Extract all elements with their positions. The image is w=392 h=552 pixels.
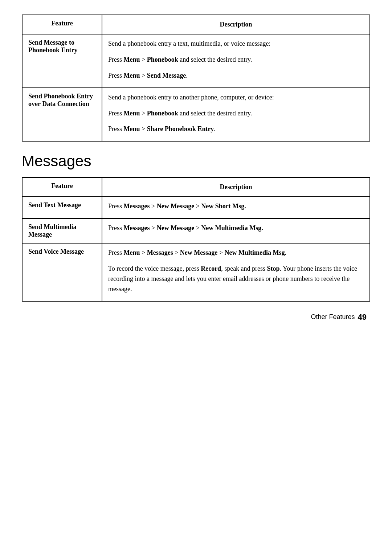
desc-send-text: Press Messages > New Message > New Short…: [102, 197, 370, 218]
table1-header-description: Description: [102, 15, 370, 34]
feature-send-message: Send Message to Phonebook Entry: [22, 34, 102, 88]
desc-send-phonebook-line1: Send a phonebook entry to another phone,…: [108, 93, 364, 103]
table-row: Send Text Message Press Messages > New M…: [22, 197, 370, 218]
footer-page-number: 49: [358, 312, 367, 322]
desc-send-message-line3: Press Menu > Send Message.: [108, 71, 364, 81]
desc-send-phonebook: Send a phonebook entry to another phone,…: [102, 88, 370, 142]
desc-send-voice: Press Menu > Messages > New Message > Ne…: [102, 243, 370, 301]
footer-label: Other Features: [311, 313, 355, 321]
desc-send-message-line2: Press Menu > Phonebook and select the de…: [108, 55, 364, 65]
feature-send-phonebook: Send Phonebook Entry over Data Connectio…: [22, 88, 102, 142]
desc-send-multimedia-line1: Press Messages > New Message > New Multi…: [108, 223, 364, 233]
desc-send-multimedia: Press Messages > New Message > New Multi…: [102, 218, 370, 243]
table1-header-feature: Feature: [22, 15, 102, 34]
page-content: Feature Description Send Message to Phon…: [22, 15, 370, 322]
phonebook-table: Feature Description Send Message to Phon…: [22, 15, 370, 142]
messages-table: Feature Description Send Text Message Pr…: [22, 177, 370, 301]
desc-send-message: Send a phonebook entry a text, multimedi…: [102, 34, 370, 88]
page-footer: Other Features 49: [22, 312, 370, 322]
desc-send-phonebook-line2: Press Menu > Phonebook and select the de…: [108, 109, 364, 119]
desc-send-voice-line2: To record the voice message, press Recor…: [108, 264, 364, 294]
desc-send-phonebook-line3: Press Menu > Share Phonebook Entry.: [108, 124, 364, 134]
desc-send-voice-line1: Press Menu > Messages > New Message > Ne…: [108, 248, 364, 258]
feature-send-voice: Send Voice Message: [22, 243, 102, 301]
table-row: Send Phonebook Entry over Data Connectio…: [22, 88, 370, 142]
desc-send-message-line1: Send a phonebook entry a text, multimedi…: [108, 39, 364, 49]
table2-header-feature: Feature: [22, 177, 102, 197]
messages-heading: Messages: [22, 152, 370, 170]
table2-header-description: Description: [102, 177, 370, 197]
table-row: Send Voice Message Press Menu > Messages…: [22, 243, 370, 301]
feature-send-multimedia: Send Multimedia Message: [22, 218, 102, 243]
desc-send-text-line1: Press Messages > New Message > New Short…: [108, 201, 364, 212]
feature-send-text: Send Text Message: [22, 197, 102, 218]
table-row: Send Message to Phonebook Entry Send a p…: [22, 34, 370, 88]
table-row: Send Multimedia Message Press Messages >…: [22, 218, 370, 243]
